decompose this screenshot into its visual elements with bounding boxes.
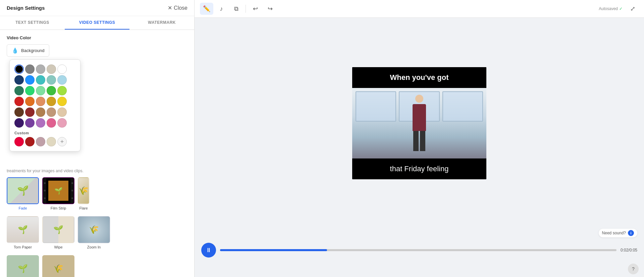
- torn-paper-thumb: 🌱: [7, 216, 39, 243]
- figure-legs: [406, 131, 433, 151]
- swatch-gray[interactable]: [25, 64, 35, 74]
- pen-tool-button[interactable]: ✏️: [200, 3, 213, 15]
- swatch-green[interactable]: [25, 86, 35, 95]
- custom-swatch-4[interactable]: [47, 137, 56, 146]
- help-button[interactable]: ?: [628, 264, 639, 274]
- transitions-grid-row3: 🌱 Jump Cut 🌾 Slide: [7, 255, 187, 277]
- panel-header: Design Settings ✕ Close: [0, 0, 194, 16]
- video-color-title: Video Color: [7, 35, 187, 40]
- sound-info-icon[interactable]: i: [628, 230, 634, 236]
- swatch-darkgreen[interactable]: [14, 86, 24, 95]
- music-icon: ♪: [220, 5, 223, 12]
- settings-tabs: TEXT SETTINGS VIDEO SETTINGS WATERMARK: [0, 16, 194, 30]
- external-link-button[interactable]: ⤢: [627, 3, 639, 15]
- custom-swatch-2[interactable]: [25, 137, 35, 146]
- figure-head: [415, 95, 423, 103]
- video-area: When you've got: [195, 18, 644, 229]
- progress-bar[interactable]: [220, 249, 616, 251]
- swatch-navy[interactable]: [14, 75, 24, 85]
- custom-swatch-3[interactable]: [36, 137, 45, 146]
- close-button[interactable]: ✕ Close: [168, 5, 187, 11]
- flare-thumb: 🌾: [78, 177, 89, 204]
- custom-swatch-1[interactable]: [14, 137, 24, 146]
- need-sound-badge: Need sound? i: [599, 229, 637, 237]
- transition-jump-cut[interactable]: 🌱 Jump Cut: [7, 255, 39, 277]
- transition-wipe[interactable]: 🌱 Wipe: [42, 216, 74, 249]
- flare-label: Flare: [79, 206, 88, 210]
- swatch-darkred[interactable]: [25, 107, 35, 117]
- swatch-cream[interactable]: [47, 64, 56, 74]
- panel-content: Video Color 💧 Background: [0, 30, 194, 277]
- swatch-purple[interactable]: [14, 118, 24, 128]
- transition-film-strip[interactable]: 🌱 Film Strip: [42, 177, 74, 210]
- swatch-yellow-green[interactable]: [57, 86, 67, 95]
- autosaved-check-icon: ✓: [619, 6, 623, 11]
- external-link-icon: ⤢: [630, 5, 635, 12]
- copy-tool-button[interactable]: ⧉: [229, 3, 243, 15]
- transition-zoom-in[interactable]: 🌾 Zoom In: [78, 216, 110, 249]
- color-picker-dropdown: Custom +: [9, 59, 80, 151]
- slide-plant-icon: 🌾: [53, 264, 63, 273]
- wipe-thumb: 🌱: [42, 216, 74, 243]
- swatch-red[interactable]: [14, 97, 24, 106]
- music-tool-button[interactable]: ♪: [215, 3, 228, 15]
- swatch-tan[interactable]: [36, 107, 45, 117]
- toolbar-left: ✏️ ♪ ⧉ ↩ ↪: [200, 3, 277, 15]
- swatch-sky[interactable]: [57, 75, 67, 85]
- need-sound-label: Need sound?: [602, 231, 626, 235]
- swatch-violet[interactable]: [25, 118, 35, 128]
- background-label: Background: [21, 48, 44, 53]
- swatch-white[interactable]: [57, 64, 67, 74]
- figure-body: [413, 104, 426, 131]
- video-preview: When you've got: [352, 67, 486, 179]
- undo-button[interactable]: ↩: [249, 3, 262, 15]
- figure-right-leg: [420, 131, 425, 151]
- add-custom-color-button[interactable]: +: [57, 137, 67, 146]
- swatch-lightblue2[interactable]: [47, 75, 56, 85]
- jump-cut-thumb: 🌱: [7, 255, 39, 277]
- fade-plant-icon: 🌱: [17, 185, 29, 196]
- swatch-lightgray[interactable]: [36, 64, 45, 74]
- background-color-button[interactable]: 💧 Background: [7, 44, 49, 57]
- swatch-mint[interactable]: [36, 86, 45, 95]
- transition-torn-paper[interactable]: 🌱 Torn Paper: [7, 216, 39, 249]
- dropper-icon: 💧: [12, 47, 18, 54]
- swatch-nude[interactable]: [47, 107, 56, 117]
- zoom-plant-icon: 🌾: [89, 225, 99, 234]
- swatch-rose[interactable]: [57, 118, 67, 128]
- film-plant-icon: 🌱: [54, 187, 63, 195]
- toolbar-right: Autosaved ✓ ⤢: [599, 3, 639, 15]
- jump-plant-icon: 🌱: [18, 264, 28, 273]
- redo-button[interactable]: ↪: [263, 3, 277, 15]
- torn-plant-icon: 🌱: [18, 225, 28, 234]
- fade-thumb: 🌱: [7, 177, 39, 204]
- preview-panel: ✏️ ♪ ⧉ ↩ ↪ Autosaved ✓ ⤢: [195, 0, 644, 277]
- swatch-amber[interactable]: [47, 97, 56, 106]
- fade-label: Fade: [18, 206, 27, 210]
- transitions-description: treatments for your images and video cli…: [7, 168, 187, 174]
- swatch-black[interactable]: [14, 64, 24, 74]
- tab-video-settings[interactable]: VIDEO SETTINGS: [65, 16, 129, 30]
- pen-icon: ✏️: [203, 5, 210, 12]
- swatch-lime[interactable]: [47, 86, 56, 95]
- undo-icon: ↩: [253, 5, 258, 12]
- swatch-pink[interactable]: [47, 118, 56, 128]
- transition-fade[interactable]: 🌱 Fade: [7, 177, 39, 210]
- autosaved-label: Autosaved: [599, 6, 618, 11]
- swatch-brown[interactable]: [14, 107, 24, 117]
- swatch-lavender[interactable]: [36, 118, 45, 128]
- pause-button[interactable]: ⏸: [201, 243, 216, 258]
- swatch-yellow[interactable]: [57, 97, 67, 106]
- tab-text-settings[interactable]: TEXT SETTINGS: [0, 16, 65, 30]
- swatch-orange[interactable]: [25, 97, 35, 106]
- film-strip-thumb: 🌱: [42, 177, 74, 204]
- design-settings-panel: Design Settings ✕ Close TEXT SETTINGS VI…: [0, 0, 195, 277]
- transition-slide[interactable]: 🌾 Slide: [42, 255, 74, 277]
- swatch-teal[interactable]: [36, 75, 45, 85]
- swatch-beige[interactable]: [57, 107, 67, 117]
- swatch-peach[interactable]: [36, 97, 45, 106]
- video-top-caption: When you've got: [352, 67, 486, 88]
- transition-flare[interactable]: 🌾 Flare: [78, 177, 89, 210]
- tab-watermark[interactable]: WATERMARK: [129, 16, 194, 30]
- swatch-blue[interactable]: [25, 75, 35, 85]
